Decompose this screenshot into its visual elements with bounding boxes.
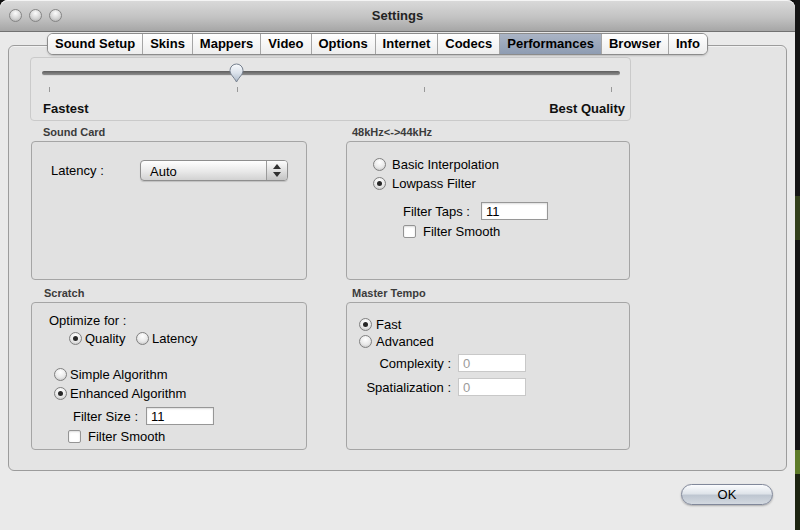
- radio-lowpass-filter-label: Lowpass Filter: [392, 176, 476, 191]
- optimize-for-label: Optimize for :: [49, 313, 126, 328]
- radio-optimize-latency[interactable]: [136, 332, 149, 345]
- slider-tick: [237, 87, 238, 92]
- complexity-label: Complexity :: [367, 356, 451, 371]
- radio-fast-label: Fast: [376, 317, 401, 332]
- filter-size-input[interactable]: [146, 407, 214, 425]
- master-tempo-group-title: Master Tempo: [352, 287, 426, 299]
- latency-label: Latency :: [51, 163, 104, 178]
- resample-group: Basic Interpolation Lowpass Filter Filte…: [346, 141, 630, 280]
- radio-enhanced-algorithm[interactable]: [54, 387, 67, 400]
- filter-size-label: Filter Size :: [73, 409, 138, 424]
- tab-performances[interactable]: Performances: [499, 34, 601, 54]
- filter-taps-label: Filter Taps :: [403, 204, 470, 219]
- latency-dropdown[interactable]: Auto: [140, 160, 288, 181]
- radio-optimize-quality[interactable]: [69, 332, 82, 345]
- sound-card-group-title: Sound Card: [43, 126, 105, 138]
- dialog-window: Settings Sound Setup Skins Mappers Video…: [0, 0, 795, 530]
- resample-group-title: 48kHz<->44kHz: [352, 126, 432, 138]
- slider-label-best-quality: Best Quality: [549, 101, 625, 116]
- slider-tick: [611, 87, 612, 92]
- radio-advanced-label: Advanced: [376, 334, 434, 349]
- down-arrow-icon: [273, 172, 281, 177]
- slider-thumb-icon: [229, 63, 244, 83]
- desktop-background: [795, 450, 800, 474]
- settings-window: Settings Sound Setup Skins Mappers Video…: [0, 0, 800, 530]
- window-title: Settings: [0, 8, 795, 23]
- radio-optimize-quality-label: Quality: [85, 331, 125, 346]
- slider-label-fastest: Fastest: [43, 101, 89, 116]
- up-arrow-icon: [273, 164, 281, 169]
- title-bar[interactable]: Settings: [0, 0, 795, 32]
- radio-simple-algorithm-label: Simple Algorithm: [70, 367, 168, 382]
- latency-selected-value: Auto: [150, 164, 177, 179]
- quality-slider: Fastest Best Quality: [30, 57, 631, 121]
- tab-mappers[interactable]: Mappers: [192, 34, 260, 54]
- spatialization-label: Spatialization :: [353, 380, 451, 395]
- filter-taps-input[interactable]: [481, 202, 548, 220]
- desktop-background: [795, 474, 800, 530]
- filter-smooth-checkbox[interactable]: [403, 225, 416, 238]
- tab-video[interactable]: Video: [260, 34, 310, 54]
- scratch-filter-smooth-label: Filter Smooth: [88, 429, 165, 444]
- radio-simple-algorithm[interactable]: [54, 368, 67, 381]
- ok-button[interactable]: OK: [681, 484, 773, 505]
- radio-lowpass-filter[interactable]: [373, 177, 386, 190]
- tab-skins[interactable]: Skins: [142, 34, 192, 54]
- slider-thumb[interactable]: [229, 63, 244, 83]
- filter-smooth-label: Filter Smooth: [423, 224, 500, 239]
- tab-options[interactable]: Options: [311, 34, 375, 54]
- complexity-input[interactable]: [458, 354, 526, 372]
- slider-tick: [49, 87, 50, 92]
- tab-info[interactable]: Info: [668, 34, 707, 54]
- settings-tab-bar: Sound Setup Skins Mappers Video Options …: [47, 33, 708, 55]
- master-tempo-group: Fast Advanced Complexity : Spatializatio…: [346, 302, 630, 450]
- tab-internet[interactable]: Internet: [375, 34, 438, 54]
- scratch-filter-smooth-checkbox[interactable]: [68, 430, 81, 443]
- dropdown-stepper[interactable]: [266, 161, 287, 180]
- tab-sound-setup[interactable]: Sound Setup: [48, 34, 142, 54]
- sound-card-group: Latency : Auto: [31, 141, 307, 280]
- spatialization-input[interactable]: [458, 378, 526, 396]
- radio-advanced[interactable]: [359, 335, 372, 348]
- radio-enhanced-algorithm-label: Enhanced Algorithm: [70, 386, 186, 401]
- scratch-group-title: Scratch: [44, 287, 84, 299]
- tab-codecs[interactable]: Codecs: [437, 34, 499, 54]
- desktop-background: [795, 196, 800, 240]
- tab-browser[interactable]: Browser: [601, 34, 668, 54]
- slider-track[interactable]: [42, 71, 620, 75]
- radio-fast[interactable]: [359, 318, 372, 331]
- slider-tick: [424, 87, 425, 92]
- radio-optimize-latency-label: Latency: [152, 331, 198, 346]
- radio-basic-interpolation[interactable]: [373, 158, 386, 171]
- radio-basic-interpolation-label: Basic Interpolation: [392, 157, 499, 172]
- scratch-group: Optimize for : Quality Latency Simple Al…: [31, 302, 307, 450]
